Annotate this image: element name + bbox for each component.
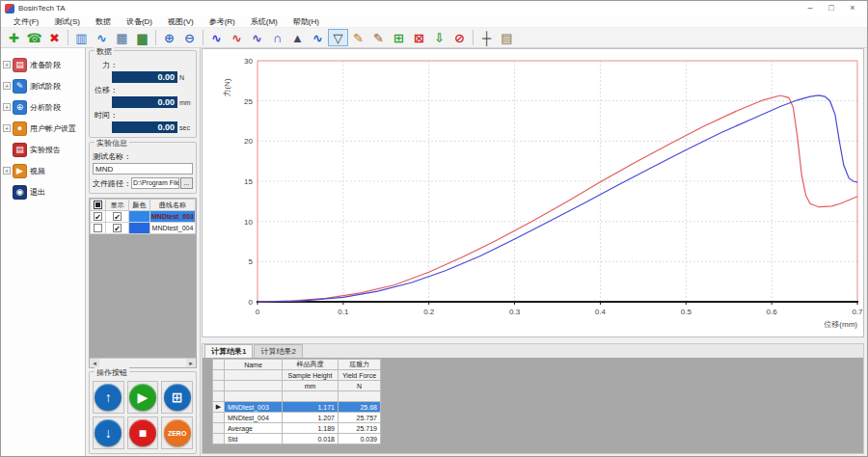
new-test-icon[interactable]: ✚ <box>4 29 24 46</box>
probe-a-icon[interactable]: ✎ <box>348 29 368 46</box>
result-name: MNDtest_003 <box>225 402 283 413</box>
wave-dual-icon[interactable]: ∿ <box>247 29 267 46</box>
result-row[interactable]: Average 1.189 25.719 <box>213 423 381 434</box>
test-name-label: 测试名称： <box>93 151 193 162</box>
sidebar-item-prepare-stage[interactable]: + ▤ 准备阶段 <box>1 54 85 75</box>
histogram-icon[interactable]: ▆ <box>132 29 152 46</box>
tree-expander-icon[interactable]: + <box>3 82 11 90</box>
wave-blue-icon[interactable]: ∿ <box>206 29 227 46</box>
selected-row-indicator-icon: ▶ <box>213 402 225 413</box>
return-button[interactable]: ⊞ <box>161 381 193 414</box>
zero-button[interactable]: ZERO <box>161 417 193 449</box>
curve-color-swatch[interactable] <box>129 223 150 234</box>
minimize-button[interactable]: – <box>800 2 821 14</box>
up-arrow-icon[interactable]: ↑ <box>95 384 122 411</box>
zoom-in-icon[interactable]: ⊕ <box>159 29 179 46</box>
curve-row[interactable]: ✔ ✔ MNDtest_003 <box>91 211 196 223</box>
sidebar-item-user-account[interactable]: + ● 用户帐户设置 <box>1 118 85 139</box>
show-column-header: 显示 <box>106 200 129 211</box>
down-arrow-icon[interactable]: ↓ <box>95 419 122 446</box>
tab-results-2[interactable]: 计算结果2 <box>254 344 302 358</box>
app-window: BosinTech TA – □ × 文件(F) 测试(S) 数据 设备(D) … <box>0 0 868 457</box>
scroll-left-icon[interactable]: ◂ <box>90 359 99 367</box>
tree-expander-icon[interactable]: + <box>3 61 11 68</box>
curve-name-column-header: 曲线名称 <box>150 200 196 211</box>
force-displacement-chart[interactable]: 05101520253000.10.20.30.40.50.60.7力(N)位移… <box>203 49 866 336</box>
tree-expander-icon[interactable]: + <box>3 124 11 132</box>
sidebar-item-report[interactable]: ▤ 实验报告 <box>1 139 85 160</box>
wave-marker-icon[interactable]: ∿ <box>308 29 328 46</box>
menu-device[interactable]: 设备(D) <box>119 16 160 27</box>
data-table-icon[interactable]: ▦ <box>112 29 132 46</box>
results-table: Name 样品高度 屈服力 Sample Height Yield Force <box>212 359 381 444</box>
disconnect-icon[interactable]: ✖ <box>44 29 65 46</box>
report-icon[interactable]: ▤ <box>497 29 517 46</box>
jog-up-button[interactable]: ↑ <box>93 381 124 414</box>
browse-button[interactable]: ... <box>180 177 193 189</box>
grid-icon[interactable]: ⊞ <box>164 384 191 411</box>
file-path-input[interactable]: D:\Program Files (x <box>131 177 179 189</box>
connect-icon[interactable]: ☎ <box>24 29 44 46</box>
menu-system[interactable]: 系统(M) <box>243 16 285 27</box>
sidebar-item-analysis-stage[interactable]: + ⊕ 分析阶段 <box>1 96 85 118</box>
jog-down-button[interactable]: ↓ <box>93 417 124 449</box>
curve-list-empty-area <box>90 234 196 358</box>
curve-name[interactable]: MNDtest_004 <box>150 223 196 234</box>
show-checkbox[interactable]: ✔ <box>113 224 122 232</box>
crosshair-icon[interactable]: ┼ <box>476 29 497 46</box>
curve-edit-icon[interactable]: ∿ <box>92 29 112 46</box>
clear-data-icon[interactable]: ⊘ <box>449 29 470 46</box>
displacement-label: 位移： <box>95 85 193 95</box>
curve-row[interactable]: ✔ MNDtest_004 <box>91 223 196 234</box>
stop-square-icon[interactable]: ■ <box>129 419 156 446</box>
sidebar-item-label: 退出 <box>30 187 45 198</box>
select-all-checkbox-icon[interactable] <box>94 201 102 209</box>
force-label: 力： <box>102 60 193 70</box>
row-select-checkbox[interactable] <box>94 224 102 232</box>
sidebar-item-exit[interactable]: ◉ 退出 <box>1 181 85 202</box>
title-bar: BosinTech TA – □ × <box>1 1 867 15</box>
save-data-icon[interactable]: ⇩ <box>429 29 449 46</box>
sidebar-item-test-stage[interactable]: + ✎ 测试阶段 <box>1 75 85 96</box>
menu-view[interactable]: 视图(V) <box>160 16 202 27</box>
test-name-input[interactable]: MND <box>93 163 193 175</box>
zero-label[interactable]: ZERO <box>164 419 191 446</box>
curve-list-hscrollbar[interactable]: ◂ ▸ <box>90 358 196 367</box>
name-header: Name <box>225 360 283 370</box>
scroll-right-icon[interactable]: ▸ <box>186 359 196 367</box>
show-checkbox[interactable]: ✔ <box>113 212 122 221</box>
sidebar-item-video[interactable]: + ▶ 视频 <box>1 160 85 181</box>
row-select-checkbox[interactable]: ✔ <box>94 212 102 221</box>
play-icon[interactable]: ▶ <box>129 384 156 411</box>
svg-text:0.4: 0.4 <box>595 308 607 316</box>
start-button[interactable]: ▶ <box>127 381 159 414</box>
menu-test[interactable]: 测试(S) <box>46 16 88 27</box>
result-row[interactable]: ▶ MNDtest_003 1.171 25.68 <box>213 402 381 413</box>
curve-name[interactable]: MNDtest_003 <box>150 211 196 223</box>
curve-filter-icon[interactable]: ▽ <box>328 29 348 46</box>
select-all-header[interactable] <box>91 200 106 211</box>
toolbar-separator <box>155 30 156 45</box>
screen-remove-icon[interactable]: ⊠ <box>409 29 429 46</box>
experiment-info-title: 实验信息 <box>95 138 129 148</box>
probe-b-icon[interactable]: ✎ <box>368 29 389 46</box>
screen-add-icon[interactable]: ⊞ <box>389 29 409 46</box>
peak-triangle-icon[interactable]: ▲ <box>287 29 308 46</box>
result-row[interactable]: MNDtest_004 1.207 25.757 <box>213 413 381 423</box>
tree-expander-icon[interactable]: + <box>3 167 11 175</box>
wave-red-icon[interactable]: ∿ <box>227 29 247 46</box>
result-row[interactable]: Std 0.018 0.039 <box>213 434 381 444</box>
menu-file[interactable]: 文件(F) <box>6 16 46 27</box>
menu-help[interactable]: 帮助(H) <box>285 16 327 27</box>
stop-button[interactable]: ■ <box>127 417 159 449</box>
layout-panels-icon[interactable]: ▥ <box>71 29 92 46</box>
maximize-button[interactable]: □ <box>821 2 842 14</box>
tree-expander-icon[interactable]: + <box>3 103 11 111</box>
menu-data[interactable]: 数据 <box>88 16 119 27</box>
close-button[interactable]: × <box>842 2 863 14</box>
tab-results-1[interactable]: 计算结果1 <box>204 344 253 358</box>
zoom-out-icon[interactable]: ⊖ <box>179 29 200 46</box>
wave-peak-icon[interactable]: ∩ <box>267 29 287 46</box>
curve-color-swatch[interactable] <box>129 211 150 223</box>
menu-reference[interactable]: 参考(R) <box>202 16 243 27</box>
